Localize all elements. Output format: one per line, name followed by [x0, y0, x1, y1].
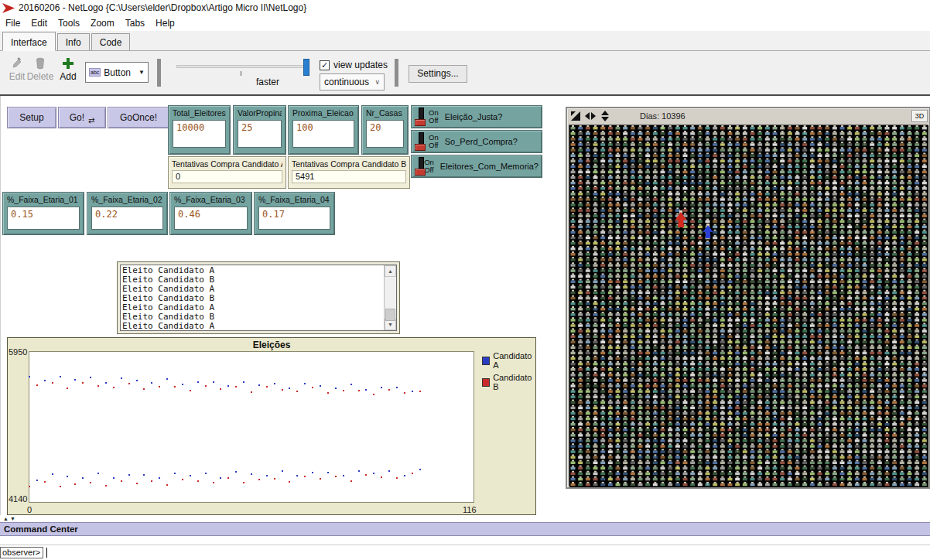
plot-point — [343, 390, 344, 391]
plot-point — [243, 381, 244, 383]
input-field[interactable]: 100 — [292, 120, 354, 148]
command-center-header: Command Center — [0, 522, 930, 536]
menu-bar: File Edit Tools Zoom Tabs Help — [0, 15, 930, 31]
plot-point — [174, 473, 176, 474]
plot-point — [358, 390, 360, 391]
menu-item-help[interactable]: Help — [150, 16, 180, 30]
plot-point — [197, 381, 199, 383]
speed-slider-track[interactable] — [176, 65, 308, 68]
plot-point — [266, 386, 268, 388]
plot-point — [251, 473, 252, 475]
plot-point — [289, 481, 290, 483]
input-valor-propina: ValorPropina 25 — [233, 105, 286, 155]
plot-point — [274, 478, 275, 480]
input-field[interactable]: 25 — [238, 120, 282, 148]
input-field[interactable]: 20 — [366, 120, 404, 148]
plot-title: Eleições — [8, 340, 535, 350]
widget-type-dropdown[interactable]: abc Button ▼ — [85, 62, 149, 83]
origin-resize-icon[interactable] — [570, 111, 581, 121]
plot-point — [235, 471, 237, 473]
plot-point — [296, 475, 298, 476]
input-nr-casas: Nr_Casas 20 — [361, 105, 409, 155]
plot-point — [320, 478, 321, 480]
input-field[interactable]: 0.46 — [174, 207, 248, 230]
view-3d-button[interactable]: 3D — [911, 110, 928, 122]
menu-item-file[interactable]: File — [0, 16, 26, 30]
switch-so-perd-compra[interactable]: OnOff So_Perd_Compra? — [411, 130, 542, 153]
monitor-tentativas-a: Tentativas Compra Candidato A 0 — [168, 156, 286, 189]
plot-point — [205, 385, 207, 387]
plot-point — [296, 391, 298, 392]
go-once-button[interactable]: GoOnce! — [108, 107, 169, 128]
plot-point — [151, 382, 152, 384]
plot-point — [304, 476, 306, 477]
legend-swatch — [482, 378, 490, 387]
plot-point — [373, 473, 374, 474]
setup-button[interactable]: Setup — [7, 107, 56, 128]
world-view[interactable] — [569, 125, 928, 486]
switch-eleicao-justa[interactable]: OnOff Eleição_Justa? — [411, 105, 542, 128]
menu-item-tabs[interactable]: Tabs — [120, 16, 150, 30]
plot-point — [282, 470, 283, 472]
input-field[interactable]: 10000 — [173, 120, 226, 148]
plot-point — [213, 482, 214, 483]
plot-point — [90, 377, 91, 378]
plot-point — [121, 377, 122, 379]
vertical-wrap-icon[interactable] — [600, 110, 610, 122]
input-field[interactable]: 0.15 — [7, 207, 80, 230]
plot-point — [82, 477, 84, 479]
switch-label: Eleição_Justa? — [445, 112, 503, 121]
update-mode-dropdown[interactable]: continuous ∨ — [320, 73, 385, 90]
splitter-handle[interactable]: ▲ ▼ — [0, 515, 930, 522]
split-down-icon[interactable]: ▼ — [10, 516, 15, 521]
legend-label: Candidato B — [493, 373, 535, 391]
world-view-header: Dias: 10396 3D — [567, 108, 929, 124]
go-button[interactable]: Go! ⇄ — [58, 107, 106, 128]
tab-interface[interactable]: Interface — [2, 32, 56, 51]
switch-toggle[interactable] — [415, 132, 427, 151]
plot-point — [44, 380, 46, 381]
menu-item-zoom[interactable]: Zoom — [85, 16, 120, 30]
command-input[interactable] — [47, 546, 930, 558]
scroll-thumb[interactable] — [385, 309, 395, 321]
legend-swatch — [482, 357, 490, 365]
interface-canvas: Setup Go! ⇄ GoOnce! Total_Eleitores 1000… — [0, 96, 930, 515]
legend-label: Candidato A — [493, 351, 535, 370]
split-up-icon[interactable]: ▲ — [3, 516, 9, 521]
plot-point — [381, 476, 382, 478]
tab-code[interactable]: Code — [91, 33, 131, 50]
switch-eleitores-com-memoria[interactable]: OnOff Eleitores_Com_Memoria? — [411, 155, 542, 178]
scroll-up-icon[interactable]: ▲ — [385, 265, 396, 277]
view-updates-row: ✓ view updates — [320, 60, 388, 70]
switch-toggle[interactable] — [415, 157, 422, 176]
plot-point — [205, 473, 207, 474]
chevron-down-icon: ∨ — [374, 78, 380, 86]
menu-item-edit[interactable]: Edit — [26, 16, 53, 30]
output-text: Eleito Candidato AEleito Candidato BElei… — [122, 266, 383, 331]
plot-point — [304, 383, 306, 384]
plot-point — [388, 389, 390, 391]
speed-slider-handle[interactable] — [303, 59, 309, 76]
menu-item-tools[interactable]: Tools — [53, 16, 85, 30]
plot-point — [343, 475, 344, 476]
plot-point — [166, 378, 168, 380]
input-field[interactable]: 0.17 — [258, 207, 330, 230]
world-view-canvas[interactable] — [569, 125, 928, 487]
delete-widget-button[interactable]: Delete — [25, 57, 56, 82]
legend-item-candidato-a: Candidato A — [482, 351, 535, 370]
input-field[interactable]: 0.22 — [91, 207, 163, 230]
tab-info[interactable]: Info — [57, 33, 90, 50]
settings-button[interactable]: Settings... — [409, 65, 467, 83]
output-scrollbar[interactable]: ▲ ▼ — [384, 265, 396, 330]
toolbar-separator — [157, 59, 161, 87]
x-axis-max-label: 116 — [463, 505, 477, 514]
horizontal-wrap-icon[interactable] — [584, 111, 597, 121]
command-center-output — [0, 536, 930, 545]
plot-point — [365, 389, 367, 391]
switch-toggle[interactable] — [415, 108, 427, 126]
plot-point — [121, 480, 122, 482]
plot-point — [312, 387, 313, 388]
plot-point — [113, 387, 115, 388]
view-updates-checkbox[interactable]: ✓ — [320, 60, 330, 70]
add-widget-button[interactable]: Add — [53, 57, 84, 82]
